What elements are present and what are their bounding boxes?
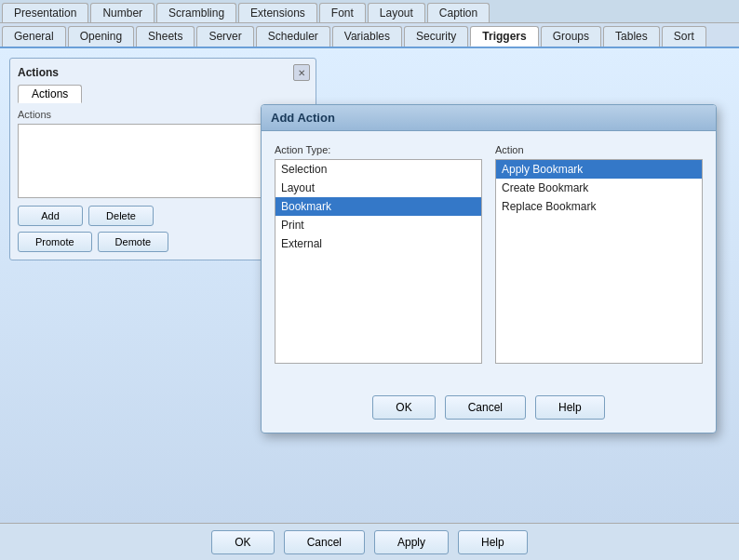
action-replace-bookmark[interactable]: Replace Bookmark [496,197,702,216]
help-button[interactable]: Help [458,530,528,554]
tab-groups[interactable]: Groups [541,26,601,47]
dialog-help-button[interactable]: Help [535,395,605,420]
tab-scheduler[interactable]: Scheduler [256,26,330,47]
action-label: Action [495,144,703,155]
delete-button[interactable]: Delete [88,206,154,226]
tab-number[interactable]: Number [90,3,155,22]
action-column: Action Apply Bookmark Create Bookmark Re… [495,144,703,364]
action-create-bookmark[interactable]: Create Bookmark [496,179,702,197]
actions-panel-title: Actions [18,66,308,79]
inner-tab-bar: Actions [18,85,308,103]
tab-server[interactable]: Server [196,26,253,47]
tab-bar-2: General Opening Sheets Server Scheduler … [0,23,739,48]
action-type-column: Action Type: Selection Layout Bookmark P… [275,144,482,364]
dialog-titlebar: Add Action [262,105,716,131]
ok-button[interactable]: OK [211,530,274,554]
tab-extensions[interactable]: Extensions [238,3,317,22]
action-type-print[interactable]: Print [275,216,481,234]
action-type-selection[interactable]: Selection [275,160,481,179]
apply-button[interactable]: Apply [374,530,449,554]
dialog-ok-button[interactable]: OK [372,395,435,420]
tab-caption[interactable]: Caption [427,3,490,22]
tab-general[interactable]: General [2,26,66,47]
action-apply-bookmark[interactable]: Apply Bookmark [496,160,702,179]
action-listbox[interactable]: Apply Bookmark Create Bookmark Replace B… [495,159,703,364]
tab-presentation[interactable]: Presentation [2,3,88,22]
bottom-bar: OK Cancel Apply Help [0,523,739,560]
close-button[interactable]: ✕ [293,64,310,81]
add-action-dialog: Add Action Action Type: Selection Layout… [261,104,717,433]
dialog-cancel-button[interactable]: Cancel [445,395,526,420]
dialog-footer: OK Cancel Help [262,390,716,433]
tab-font[interactable]: Font [319,3,366,22]
main-area: ✕ Actions Actions Actions Add Delete Pro… [0,48,739,525]
demote-button[interactable]: Demote [98,232,169,252]
dialog-body: Action Type: Selection Layout Bookmark P… [262,131,716,390]
dialog-columns: Action Type: Selection Layout Bookmark P… [275,144,703,364]
tab-variables[interactable]: Variables [332,26,402,47]
tab-security[interactable]: Security [404,26,468,47]
action-type-external[interactable]: External [275,234,481,253]
tab-triggers[interactable]: Triggers [470,26,538,47]
tab-bar-1: Presentation Number Scrambling Extension… [0,0,739,23]
action-type-bookmark[interactable]: Bookmark [275,197,481,216]
inner-tab-actions[interactable]: Actions [18,85,82,103]
tab-sheets[interactable]: Sheets [136,26,195,47]
action-type-label: Action Type: [275,144,482,155]
action-type-listbox[interactable]: Selection Layout Bookmark Print External [275,159,482,364]
add-button[interactable]: Add [18,206,83,226]
tab-tables[interactable]: Tables [603,26,660,47]
tab-layout[interactable]: Layout [368,3,425,22]
tab-scrambling[interactable]: Scrambling [156,3,236,22]
promote-button[interactable]: Promote [18,232,92,252]
tab-sort[interactable]: Sort [662,26,706,47]
tab-opening[interactable]: Opening [68,26,134,47]
action-type-layout[interactable]: Layout [275,179,481,197]
cancel-button[interactable]: Cancel [284,530,365,554]
